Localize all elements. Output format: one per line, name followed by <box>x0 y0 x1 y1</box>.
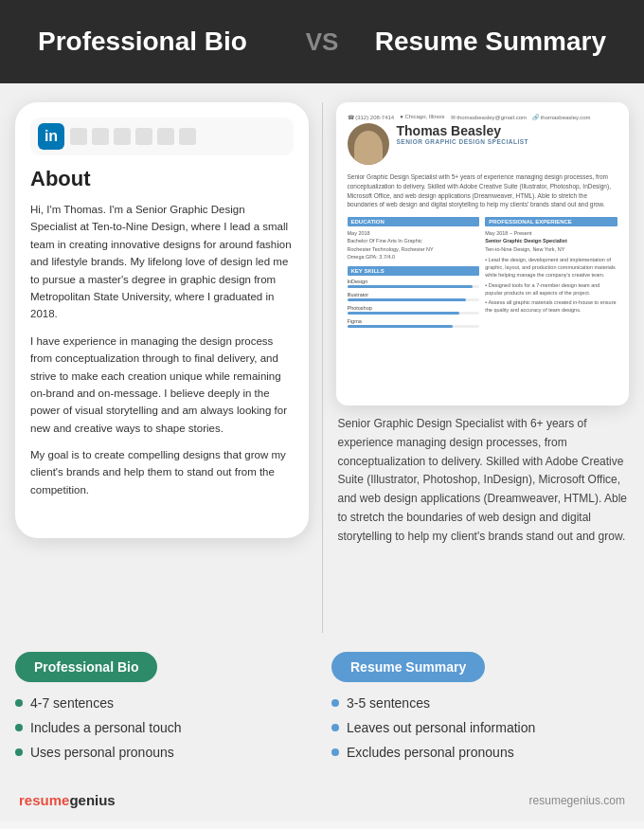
bullet-text: 3-5 sentences <box>347 695 430 711</box>
jobs-icon <box>135 128 152 145</box>
skill-bar-row: Figma <box>348 318 480 328</box>
skill-bar-bg <box>348 325 480 328</box>
about-section: About Hi, I'm Thomas. I'm a Senior Graph… <box>30 167 294 498</box>
column-divider <box>322 102 323 633</box>
skill-bar-fill <box>348 325 454 328</box>
page-footer: resumegenius resumegenius.com <box>0 784 644 821</box>
skill-name: Illustrator <box>348 292 480 297</box>
resume-summary-short: Senior Graphic Design Specialist with 5+… <box>348 172 618 209</box>
bullet-dot-blue <box>331 748 339 756</box>
about-para3: My goal is to create compelling designs … <box>30 446 294 498</box>
left-column: in About Hi, I'm Thomas. I'm a Senior Gr… <box>15 102 318 633</box>
network-icon <box>114 128 131 145</box>
resume-name: Thomas Beasley <box>397 123 618 138</box>
bottom-left: Professional Bio 4-7 sentences Includes … <box>15 652 322 769</box>
skill-bar-bg <box>348 298 480 301</box>
bullet-item: 3-5 sentences <box>331 695 629 711</box>
phone-icons-row <box>70 128 196 145</box>
bullet-item: Excludes personal pronouns <box>331 745 629 760</box>
resume-edu-col: EDUCATION May 2018 Bachelor Of Fine Arts… <box>348 217 480 332</box>
exp-bullet3: • Assess all graphic materials created i… <box>485 298 617 315</box>
linkedin-icon: in <box>38 123 64 150</box>
contact-phone: ☎ (312) 208-7414 <box>348 114 395 120</box>
bullet-dot-green <box>15 748 23 756</box>
bullet-dot-green <box>15 724 23 731</box>
brand-resume: resume <box>19 792 69 808</box>
phone-top-bar: in <box>30 117 294 155</box>
bullet-dot-blue <box>331 699 339 707</box>
header-right-title: Resume Summary <box>357 27 606 57</box>
resume-exp-col: PROFESSIONAL EXPERIENCE May 2018 – Prese… <box>485 217 617 332</box>
header-left-title: Professional Bio <box>38 27 287 57</box>
bullet-dot-green <box>15 699 23 707</box>
resume-job-title: SENIOR GRAPHIC DESIGN SPECIALIST <box>397 138 618 145</box>
bullet-text: Excludes personal pronouns <box>347 745 514 760</box>
skill-name: InDesign <box>348 279 480 284</box>
exp-content: May 2018 – Present Senior Graphic Design… <box>485 229 617 315</box>
edu-date: May 2018 <box>348 229 480 237</box>
about-heading: About <box>30 167 294 191</box>
phone-mockup: in About Hi, I'm Thomas. I'm a Senior Gr… <box>15 102 309 538</box>
skill-bar-bg <box>348 312 480 315</box>
resume-contact-bar: ☎ (312) 208-7414 ● Chicago, Illinois ✉ t… <box>348 114 618 120</box>
edu-header: EDUCATION <box>348 217 480 226</box>
skill-bar-row: Photoshop <box>348 305 480 315</box>
skill-bar-fill <box>348 312 460 315</box>
bullet-text: Uses personal pronouns <box>30 745 174 760</box>
about-para2: I have experience in managing the design… <box>30 333 294 437</box>
contact-web: 🔗 thomasbeasley.com <box>532 114 591 120</box>
edu-degree: Bachelor Of Fine Arts In Graphic <box>348 237 480 244</box>
right-column: ☎ (312) 208-7414 ● Chicago, Illinois ✉ t… <box>327 102 630 633</box>
resume-mockup: ☎ (312) 208-7414 ● Chicago, Illinois ✉ t… <box>336 102 630 405</box>
bullet-dot-blue <box>331 724 339 731</box>
resume-two-col: EDUCATION May 2018 Bachelor Of Fine Arts… <box>348 217 618 332</box>
skill-name: Figma <box>348 318 480 324</box>
skill-bar-fill <box>348 285 474 288</box>
bullet-item: Leaves out personal information <box>331 720 629 735</box>
edu-content: May 2018 Bachelor Of Fine Arts In Graphi… <box>348 229 480 261</box>
resume-summary-description: Senior Graphic Design Specialist with 6+… <box>336 415 630 547</box>
bullet-item: 4-7 sentences <box>15 695 313 711</box>
bullet-text: Includes a personal touch <box>30 720 182 735</box>
search-icon <box>70 128 87 145</box>
exp-job-title: Senior Graphic Design Specialist <box>485 237 617 244</box>
bottom-section: Professional Bio 4-7 sentences Includes … <box>0 652 644 784</box>
exp-company: Ten-to-Nine Design, New York, NY <box>485 245 617 253</box>
skill-bar-row: InDesign <box>348 279 480 288</box>
about-para1: Hi, I'm Thomas. I'm a Senior Graphic Des… <box>30 201 294 323</box>
exp-date: May 2018 – Present <box>485 229 617 237</box>
skill-bar-row: Illustrator <box>348 292 480 301</box>
footer-website: resumegenius.com <box>529 794 625 807</box>
resume-avatar <box>348 123 389 165</box>
resume-summary-tag: Resume Summary <box>331 652 485 682</box>
contact-city: ● Chicago, Illinois <box>400 114 444 120</box>
footer-brand: resumegenius <box>19 792 116 808</box>
exp-bullet1: • Lead the design, development and imple… <box>485 256 617 279</box>
bullet-text: 4-7 sentences <box>30 695 114 711</box>
contact-email: ✉ thomasbeasley@gmail.com <box>451 114 527 120</box>
notifications-icon <box>179 128 196 145</box>
bullet-item: Uses personal pronouns <box>15 745 313 760</box>
skill-bar-bg <box>348 285 480 288</box>
edu-gpa: Omega GPA: 3.7/4.0 <box>348 253 480 261</box>
resume-summary-bullets: 3-5 sentences Leaves out personal inform… <box>331 695 629 760</box>
header-vs: VS <box>287 27 358 57</box>
page-header: Professional Bio VS Resume Summary <box>0 0 644 83</box>
skill-name: Photoshop <box>348 305 480 311</box>
skills-header: KEY SKILLS <box>348 266 480 276</box>
resume-header-section: Thomas Beasley SENIOR GRAPHIC DESIGN SPE… <box>348 123 618 165</box>
exp-header: PROFESSIONAL EXPERIENCE <box>485 217 617 226</box>
avatar-figure <box>354 131 383 165</box>
main-content: in About Hi, I'm Thomas. I'm a Senior Gr… <box>0 83 644 652</box>
skills-container: InDesign Illustrator Photoshop Figma <box>348 279 480 328</box>
skill-bar-fill <box>348 298 467 301</box>
home-icon <box>92 128 109 145</box>
message-icon <box>157 128 174 145</box>
resume-name-block: Thomas Beasley SENIOR GRAPHIC DESIGN SPE… <box>397 123 618 145</box>
bottom-right: Resume Summary 3-5 sentences Leaves out … <box>322 652 629 769</box>
brand-genius: genius <box>69 792 115 808</box>
bullet-item: Includes a personal touch <box>15 720 313 735</box>
pro-bio-bullets: 4-7 sentences Includes a personal touch … <box>15 695 313 760</box>
edu-school: Rochester Technology, Rochester NY <box>348 245 480 253</box>
exp-bullet2: • Designed tools for a 7-member design t… <box>485 281 617 297</box>
